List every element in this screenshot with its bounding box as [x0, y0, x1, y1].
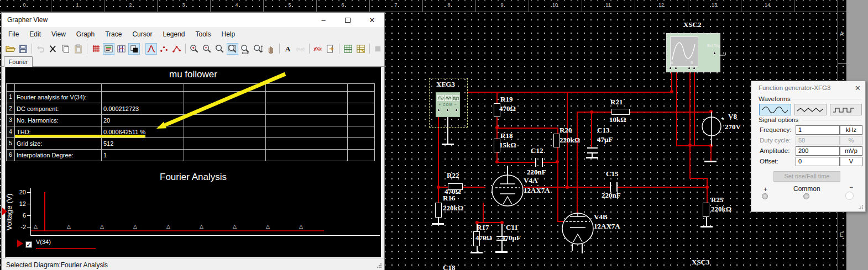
ground-symbol[interactable] [495, 251, 508, 253]
wire[interactable] [572, 244, 573, 251]
wire[interactable] [507, 166, 508, 176]
value-cell[interactable] [266, 103, 348, 115]
label-cell[interactable]: Grid size: [15, 138, 102, 150]
value-cell[interactable] [184, 150, 266, 161]
wire[interactable] [501, 241, 503, 251]
value-cell[interactable] [266, 92, 348, 103]
duty-cycle-unit[interactable]: % [840, 136, 862, 145]
sine-waveform-button[interactable] [759, 104, 791, 115]
dialog-resize-grip[interactable] [858, 204, 864, 210]
value-cell[interactable] [266, 150, 348, 161]
wire[interactable] [618, 187, 708, 188]
component-label-10k[interactable]: 10kΩ [609, 116, 626, 123]
wire[interactable] [577, 112, 578, 214]
component-label-a[interactable]: A [671, 61, 673, 65]
export-excel-button[interactable] [342, 43, 354, 55]
component-label-xsc3[interactable]: XSC3 [692, 258, 710, 266]
value-cell[interactable] [348, 115, 375, 126]
plus-terminal-radio[interactable] [762, 193, 768, 199]
toggle-grid-button[interactable] [90, 43, 102, 55]
xsc2-channel-a-terminal[interactable] [669, 67, 672, 70]
maximize-button[interactable] [336, 13, 360, 27]
row-number-cell[interactable]: 2 [7, 103, 15, 115]
xsc2-channel-b-terminal[interactable] [688, 67, 691, 70]
cut-button[interactable] [47, 43, 59, 55]
wire[interactable] [496, 128, 558, 129]
zoom-area-button[interactable] [214, 43, 226, 55]
wire[interactable] [557, 128, 558, 134]
wire[interactable] [676, 72, 677, 146]
wire[interactable] [591, 112, 612, 113]
amplitude-input[interactable]: 200 [796, 146, 840, 156]
component-label-r16[interactable]: R16 [443, 194, 455, 202]
label-cell[interactable]: DC component: [15, 103, 102, 115]
value-cell[interactable] [348, 92, 375, 103]
value-cell[interactable] [184, 138, 266, 150]
component-label-47f[interactable]: 47µF [597, 136, 613, 143]
resistor-body[interactable] [611, 109, 630, 115]
component-label-470[interactable]: 470Ω [475, 234, 492, 241]
value-cell[interactable] [184, 92, 266, 103]
legend-checkbox[interactable]: ✓ [25, 241, 32, 248]
point-style-button[interactable] [158, 43, 170, 55]
capacitor-plate[interactable] [535, 158, 536, 167]
line-style-button[interactable] [145, 43, 157, 55]
capacitor-plate[interactable] [616, 182, 618, 192]
ground-symbol[interactable] [432, 223, 444, 225]
offset-input[interactable]: 0 [796, 157, 840, 166]
value-cell[interactable] [266, 138, 348, 150]
component-label-v4b[interactable]: V4B [594, 213, 608, 220]
component-label-220nf[interactable]: 220nF [602, 192, 621, 199]
component-label-v4a[interactable]: V4A [524, 177, 537, 184]
menu-tools[interactable]: Tools [195, 30, 211, 38]
value-cell[interactable] [266, 115, 348, 126]
value-cell[interactable] [184, 126, 266, 138]
value-cell[interactable]: 512 [102, 138, 184, 150]
component-label-xsc2[interactable]: XSC2 [683, 21, 702, 28]
wire[interactable] [689, 72, 691, 179]
wire[interactable] [592, 153, 593, 157]
wire[interactable] [557, 163, 558, 221]
value-cell[interactable] [348, 138, 375, 150]
wire[interactable] [438, 188, 439, 203]
xfg3-plus-terminal[interactable] [437, 109, 440, 112]
frequency-input[interactable]: 1 [796, 125, 840, 135]
paste-button[interactable] [72, 43, 84, 55]
label-cell[interactable]: Fourier analysis for V(34): [15, 92, 102, 103]
menu-file[interactable]: File [8, 30, 19, 38]
wire[interactable] [706, 216, 707, 226]
xsc2-channel-a-minus-terminal[interactable] [674, 67, 677, 70]
close-button[interactable]: ✕ [360, 13, 384, 27]
stop-button[interactable] [372, 43, 384, 55]
xfg3-com-terminal[interactable] [446, 109, 449, 112]
row-number-cell[interactable]: 1 [7, 92, 15, 103]
component-label-12ax7a[interactable]: 12AX7A [594, 223, 620, 230]
component-label-r25[interactable]: R25 [711, 196, 723, 203]
component-label-r19[interactable]: R19 [500, 96, 513, 103]
xsc2-channel-b-minus-terminal[interactable] [693, 67, 696, 70]
wire[interactable] [557, 221, 566, 222]
component-label-220k[interactable]: 220kΩ [560, 136, 580, 144]
component-label-c13[interactable]: C13 [597, 126, 609, 134]
row-number-cell[interactable]: 4 [7, 126, 15, 138]
duty-cycle-input[interactable]: 50 [796, 136, 840, 145]
component-label-12ax7a[interactable]: 12AX7A [524, 187, 550, 194]
component-label-470f[interactable]: 470µF [501, 234, 521, 241]
wire[interactable] [467, 92, 672, 93]
component-label-[interactable]: − [719, 130, 722, 136]
wire[interactable] [591, 112, 592, 147]
component-label-r22[interactable]: R22 [447, 172, 459, 179]
frequency-unit[interactable]: kHz [840, 125, 862, 135]
capacitor-plate[interactable] [610, 182, 611, 192]
menu-legend[interactable]: Legend [163, 30, 185, 38]
component-label-r18[interactable]: R18 [500, 132, 513, 139]
ground-symbol[interactable] [704, 161, 717, 162]
toggle-cursors-button[interactable] [116, 43, 127, 55]
capacitor-plate[interactable] [542, 158, 543, 167]
component-label-15k[interactable]: 15kΩ [499, 141, 516, 149]
row-number-cell[interactable]: 3 [7, 115, 15, 126]
triangle-waveform-button[interactable] [794, 104, 827, 115]
xsc2-ext-trig-terminal[interactable] [713, 52, 716, 55]
capacitor-plate[interactable] [587, 147, 598, 149]
value-cell[interactable]: 1 [102, 150, 184, 161]
